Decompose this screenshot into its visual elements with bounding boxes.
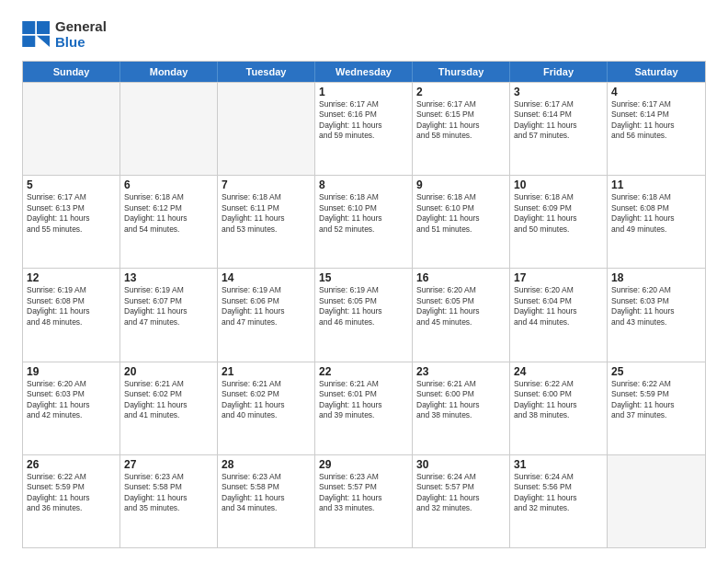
day-info: Sunrise: 6:18 AM Sunset: 6:11 PM Dayligh… xyxy=(222,192,311,235)
day-number: 27 xyxy=(124,458,213,471)
day-info: Sunrise: 6:20 AM Sunset: 6:03 PM Dayligh… xyxy=(27,379,116,421)
day-number: 17 xyxy=(514,271,603,284)
day-cell-4: 4Sunrise: 6:17 AM Sunset: 6:14 PM Daylig… xyxy=(608,83,705,175)
day-cell-18: 18Sunrise: 6:20 AM Sunset: 6:03 PM Dayli… xyxy=(608,269,705,361)
day-cell-30: 30Sunrise: 6:24 AM Sunset: 5:57 PM Dayli… xyxy=(413,455,510,547)
day-cell-16: 16Sunrise: 6:20 AM Sunset: 6:05 PM Dayli… xyxy=(413,269,510,361)
day-number: 7 xyxy=(222,178,311,191)
svg-rect-0 xyxy=(22,21,35,34)
day-cell-5: 5Sunrise: 6:17 AM Sunset: 6:13 PM Daylig… xyxy=(23,176,120,268)
day-info: Sunrise: 6:22 AM Sunset: 5:59 PM Dayligh… xyxy=(611,379,701,421)
day-cell-19: 19Sunrise: 6:20 AM Sunset: 6:03 PM Dayli… xyxy=(23,362,120,454)
day-info: Sunrise: 6:20 AM Sunset: 6:05 PM Dayligh… xyxy=(416,285,506,327)
day-info: Sunrise: 6:18 AM Sunset: 6:12 PM Dayligh… xyxy=(124,192,213,235)
day-info: Sunrise: 6:17 AM Sunset: 6:13 PM Dayligh… xyxy=(27,192,116,235)
day-number: 23 xyxy=(416,365,506,378)
weekday-header-wednesday: Wednesday xyxy=(315,62,413,82)
day-cell-15: 15Sunrise: 6:19 AM Sunset: 6:05 PM Dayli… xyxy=(315,269,413,361)
day-number: 10 xyxy=(514,178,603,191)
day-info: Sunrise: 6:19 AM Sunset: 6:08 PM Dayligh… xyxy=(27,285,116,327)
day-number: 22 xyxy=(319,365,408,378)
day-number: 26 xyxy=(27,458,116,471)
day-number: 5 xyxy=(27,178,116,191)
day-cell-8: 8Sunrise: 6:18 AM Sunset: 6:10 PM Daylig… xyxy=(315,176,413,268)
day-info: Sunrise: 6:23 AM Sunset: 5:58 PM Dayligh… xyxy=(222,472,311,514)
day-info: Sunrise: 6:17 AM Sunset: 6:16 PM Dayligh… xyxy=(319,99,408,142)
day-cell-7: 7Sunrise: 6:18 AM Sunset: 6:11 PM Daylig… xyxy=(218,176,315,268)
day-cell-31: 31Sunrise: 6:24 AM Sunset: 5:56 PM Dayli… xyxy=(510,455,608,547)
day-number: 9 xyxy=(416,178,506,191)
empty-cell xyxy=(218,83,315,175)
day-cell-28: 28Sunrise: 6:23 AM Sunset: 5:58 PM Dayli… xyxy=(218,455,315,547)
calendar-header: SundayMondayTuesdayWednesdayThursdayFrid… xyxy=(23,62,705,82)
day-number: 21 xyxy=(222,365,311,378)
logo: General Blue xyxy=(22,18,107,50)
day-cell-17: 17Sunrise: 6:20 AM Sunset: 6:04 PM Dayli… xyxy=(510,269,608,361)
day-info: Sunrise: 6:21 AM Sunset: 6:00 PM Dayligh… xyxy=(416,379,506,421)
day-number: 13 xyxy=(124,271,213,284)
day-info: Sunrise: 6:21 AM Sunset: 6:02 PM Dayligh… xyxy=(222,379,311,421)
empty-cell xyxy=(608,455,705,547)
day-number: 3 xyxy=(514,86,603,98)
day-number: 18 xyxy=(611,271,701,284)
calendar-row-3: 12Sunrise: 6:19 AM Sunset: 6:08 PM Dayli… xyxy=(23,268,705,361)
day-cell-24: 24Sunrise: 6:22 AM Sunset: 6:00 PM Dayli… xyxy=(510,362,608,454)
svg-rect-2 xyxy=(22,36,35,47)
calendar-row-2: 5Sunrise: 6:17 AM Sunset: 6:13 PM Daylig… xyxy=(23,175,705,268)
calendar-row-5: 26Sunrise: 6:22 AM Sunset: 5:59 PM Dayli… xyxy=(23,454,705,547)
calendar: SundayMondayTuesdayWednesdayThursdayFrid… xyxy=(22,61,706,548)
day-cell-6: 6Sunrise: 6:18 AM Sunset: 6:12 PM Daylig… xyxy=(120,176,218,268)
day-info: Sunrise: 6:23 AM Sunset: 5:58 PM Dayligh… xyxy=(124,472,213,514)
day-info: Sunrise: 6:17 AM Sunset: 6:15 PM Dayligh… xyxy=(416,99,506,142)
day-number: 20 xyxy=(124,365,213,378)
page: General Blue SundayMondayTuesdayWednesda… xyxy=(0,0,728,563)
day-cell-2: 2Sunrise: 6:17 AM Sunset: 6:15 PM Daylig… xyxy=(413,83,510,175)
day-info: Sunrise: 6:18 AM Sunset: 6:10 PM Dayligh… xyxy=(319,192,408,235)
day-cell-26: 26Sunrise: 6:22 AM Sunset: 5:59 PM Dayli… xyxy=(23,455,120,547)
weekday-header-monday: Monday xyxy=(120,62,218,82)
day-cell-10: 10Sunrise: 6:18 AM Sunset: 6:09 PM Dayli… xyxy=(510,176,608,268)
empty-cell xyxy=(23,83,120,175)
day-number: 6 xyxy=(124,178,213,191)
day-cell-12: 12Sunrise: 6:19 AM Sunset: 6:08 PM Dayli… xyxy=(23,269,120,361)
day-info: Sunrise: 6:18 AM Sunset: 6:08 PM Dayligh… xyxy=(611,192,701,235)
empty-cell xyxy=(120,83,218,175)
weekday-header-tuesday: Tuesday xyxy=(218,62,315,82)
day-number: 15 xyxy=(319,271,408,284)
day-number: 25 xyxy=(611,365,701,378)
day-cell-9: 9Sunrise: 6:18 AM Sunset: 6:10 PM Daylig… xyxy=(413,176,510,268)
day-info: Sunrise: 6:20 AM Sunset: 6:04 PM Dayligh… xyxy=(514,285,603,327)
logo-text: General Blue xyxy=(55,18,107,50)
day-info: Sunrise: 6:18 AM Sunset: 6:10 PM Dayligh… xyxy=(416,192,506,235)
day-info: Sunrise: 6:23 AM Sunset: 5:57 PM Dayligh… xyxy=(319,472,408,514)
day-cell-25: 25Sunrise: 6:22 AM Sunset: 5:59 PM Dayli… xyxy=(608,362,705,454)
day-info: Sunrise: 6:20 AM Sunset: 6:03 PM Dayligh… xyxy=(611,285,701,327)
day-number: 31 xyxy=(514,458,603,471)
day-cell-11: 11Sunrise: 6:18 AM Sunset: 6:08 PM Dayli… xyxy=(608,176,705,268)
day-info: Sunrise: 6:21 AM Sunset: 6:01 PM Dayligh… xyxy=(319,379,408,421)
day-info: Sunrise: 6:18 AM Sunset: 6:09 PM Dayligh… xyxy=(514,192,603,235)
day-info: Sunrise: 6:17 AM Sunset: 6:14 PM Dayligh… xyxy=(611,99,701,142)
day-cell-29: 29Sunrise: 6:23 AM Sunset: 5:57 PM Dayli… xyxy=(315,455,413,547)
day-number: 29 xyxy=(319,458,408,471)
weekday-header-thursday: Thursday xyxy=(413,62,510,82)
day-number: 14 xyxy=(222,271,311,284)
day-number: 16 xyxy=(416,271,506,284)
svg-rect-1 xyxy=(37,21,50,34)
day-info: Sunrise: 6:17 AM Sunset: 6:14 PM Dayligh… xyxy=(514,99,603,142)
day-info: Sunrise: 6:22 AM Sunset: 6:00 PM Dayligh… xyxy=(514,379,603,421)
weekday-header-sunday: Sunday xyxy=(23,62,120,82)
day-number: 19 xyxy=(27,365,116,378)
day-info: Sunrise: 6:19 AM Sunset: 6:07 PM Dayligh… xyxy=(124,285,213,327)
day-cell-1: 1Sunrise: 6:17 AM Sunset: 6:16 PM Daylig… xyxy=(315,83,413,175)
weekday-header-saturday: Saturday xyxy=(608,62,705,82)
day-cell-21: 21Sunrise: 6:21 AM Sunset: 6:02 PM Dayli… xyxy=(218,362,315,454)
day-info: Sunrise: 6:22 AM Sunset: 5:59 PM Dayligh… xyxy=(27,472,116,514)
day-cell-22: 22Sunrise: 6:21 AM Sunset: 6:01 PM Dayli… xyxy=(315,362,413,454)
day-info: Sunrise: 6:21 AM Sunset: 6:02 PM Dayligh… xyxy=(124,379,213,421)
logo-icon xyxy=(22,21,51,47)
day-cell-13: 13Sunrise: 6:19 AM Sunset: 6:07 PM Dayli… xyxy=(120,269,218,361)
day-number: 4 xyxy=(611,86,701,98)
header: General Blue xyxy=(22,18,706,50)
day-number: 30 xyxy=(416,458,506,471)
